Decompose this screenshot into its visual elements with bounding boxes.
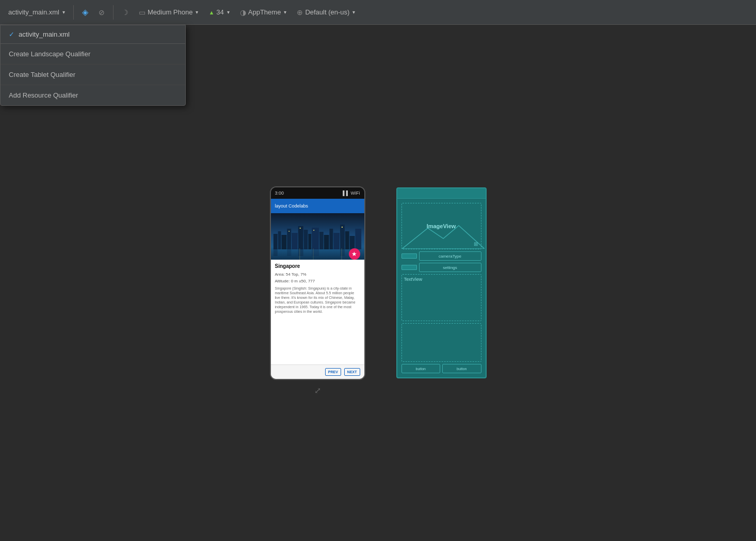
imageview-label: ImageView: [427, 223, 456, 229]
phone-actions: PREV NEXT: [271, 364, 364, 379]
svg-rect-11: [319, 232, 323, 249]
star-icon: ★: [351, 250, 357, 258]
svg-rect-26: [312, 248, 319, 256]
status-time: 3:00: [275, 190, 284, 196]
description-text: Singapore (Singlish: Singapura) is a cit…: [275, 286, 360, 314]
svg-rect-10: [312, 228, 319, 249]
phone-app-bar: layout Codelabs: [271, 199, 364, 213]
svg-rect-13: [329, 229, 333, 249]
svg-rect-8: [303, 230, 308, 249]
file-chevron: ▾: [62, 9, 65, 15]
svg-rect-15: [340, 225, 345, 249]
night-mode-button[interactable]: ☽: [118, 6, 133, 19]
theme-chevron: ▾: [284, 9, 286, 15]
image-icon: ⊞: [474, 241, 478, 247]
svg-rect-16: [345, 231, 349, 249]
svg-rect-25: [298, 248, 303, 256]
settings-row: settings: [401, 263, 481, 272]
tablet-wireframe: ImageView ⊞ cameraType settings: [396, 187, 487, 378]
add-resource-qualifier[interactable]: Add Resource Qualifier: [1, 85, 185, 105]
svg-rect-23: [273, 248, 277, 256]
camera-type-label: cameraType: [439, 254, 461, 259]
locale-selector[interactable]: ⊕ Default (en-us) ▾: [293, 6, 359, 19]
dropdown-current-file: ✓ activity_main.xml: [1, 25, 185, 44]
svg-rect-22: [288, 231, 289, 232]
design-icon: ◈: [82, 7, 88, 17]
svg-rect-20: [313, 230, 314, 231]
tablet-frame: ImageView ⊞ cameraType settings: [396, 187, 487, 378]
resize-handle[interactable]: ⤢: [314, 386, 321, 395]
info-line-1: Area: 54 Top, 7%: [275, 272, 360, 277]
app-bar-title: layout Codelabs: [275, 203, 309, 209]
code-icon: ⊘: [99, 8, 105, 17]
create-tablet-qualifier[interactable]: Create Tablet Qualifier: [1, 65, 185, 85]
settings-button[interactable]: settings: [419, 263, 481, 272]
svg-rect-17: [349, 236, 355, 249]
globe-icon: ⊕: [297, 8, 303, 17]
svg-rect-24: [287, 248, 291, 256]
city-name: Singapore: [275, 263, 360, 270]
file-tab[interactable]: activity_main.xml ▾: [4, 6, 69, 18]
svg-rect-21: [341, 227, 342, 228]
wireframe-line-2: [401, 265, 417, 270]
prev-button[interactable]: PREV: [325, 368, 341, 376]
current-file-label: activity_main.xml: [19, 30, 70, 38]
api-selector[interactable]: ▲ 34 ▾: [204, 6, 233, 18]
device-chevron: ▾: [196, 9, 198, 15]
imageview-placeholder: ImageView ⊞: [401, 203, 481, 249]
locale-chevron: ▾: [352, 9, 355, 15]
svg-rect-12: [324, 235, 329, 249]
info-line-2: Altitude: 0 m ±50, 777: [275, 278, 360, 284]
check-icon: ✓: [9, 30, 14, 38]
wireframe-button-2[interactable]: button: [442, 364, 481, 373]
api-label: 34: [216, 8, 223, 16]
tablet-top-bar: [397, 188, 486, 199]
svg-rect-2: [273, 234, 277, 249]
create-landscape-qualifier[interactable]: Create Landscape Qualifier: [1, 44, 185, 65]
theme-icon: ◑: [240, 8, 246, 17]
theme-label: AppTheme: [248, 8, 281, 16]
phone-icon: ▭: [139, 8, 146, 17]
svg-rect-6: [292, 233, 298, 249]
moon-icon: ☽: [122, 8, 128, 17]
file-name: activity_main.xml: [8, 8, 59, 16]
svg-rect-3: [278, 231, 281, 249]
phone-status-bar: 3:00 ▌▌ WiFi: [271, 187, 364, 199]
wireframe-line-1: [401, 253, 417, 259]
status-signal: ▌▌ WiFi: [343, 190, 360, 196]
toolbar: activity_main.xml ▾ ◈ ⊘ ☽ ▭ Medium Phone…: [0, 0, 756, 25]
device-selector[interactable]: ▭ Medium Phone ▾: [135, 6, 202, 19]
code-view-button[interactable]: ⊘: [94, 6, 109, 19]
textview-block-2: [401, 323, 481, 362]
svg-rect-4: [281, 235, 286, 249]
settings-label: settings: [443, 265, 457, 270]
phone-frame: 3:00 ▌▌ WiFi layout Codelabs: [270, 186, 365, 380]
camera-type-button[interactable]: cameraType: [419, 251, 481, 261]
wireframe-btn-2-label: button: [457, 367, 467, 371]
svg-rect-14: [333, 233, 340, 249]
wireframe-bottom-buttons: button button: [401, 364, 481, 373]
textview-block-1: TextView: [401, 274, 481, 321]
next-button[interactable]: NEXT: [344, 368, 360, 376]
phone-detail-content: Singapore Area: 54 Top, 7% Altitude: 0 m…: [271, 260, 364, 317]
favorite-button[interactable]: ★: [349, 248, 360, 260]
api-chevron: ▾: [227, 9, 230, 15]
separator-2: [113, 5, 114, 20]
svg-rect-9: [308, 234, 311, 249]
wireframe-button-1[interactable]: button: [401, 364, 441, 373]
phone-preview: 3:00 ▌▌ WiFi layout Codelabs: [270, 186, 365, 380]
textview-label: TextView: [404, 277, 423, 282]
tablet-content: ImageView ⊞ cameraType settings: [397, 199, 486, 377]
design-view-button[interactable]: ◈: [78, 5, 92, 19]
wireframe-btn-1-label: button: [416, 367, 426, 371]
svg-rect-27: [340, 248, 345, 256]
svg-rect-18: [355, 229, 361, 249]
theme-selector[interactable]: ◑ AppTheme ▾: [236, 6, 291, 19]
svg-rect-7: [298, 226, 303, 249]
svg-rect-19: [299, 228, 300, 229]
device-label: Medium Phone: [148, 8, 192, 16]
camera-type-row: cameraType: [401, 251, 481, 261]
locale-label: Default (en-us): [305, 8, 349, 16]
resize-icon: ⤢: [314, 386, 321, 395]
dropdown-menu: ✓ activity_main.xml Create Landscape Qua…: [0, 25, 186, 106]
